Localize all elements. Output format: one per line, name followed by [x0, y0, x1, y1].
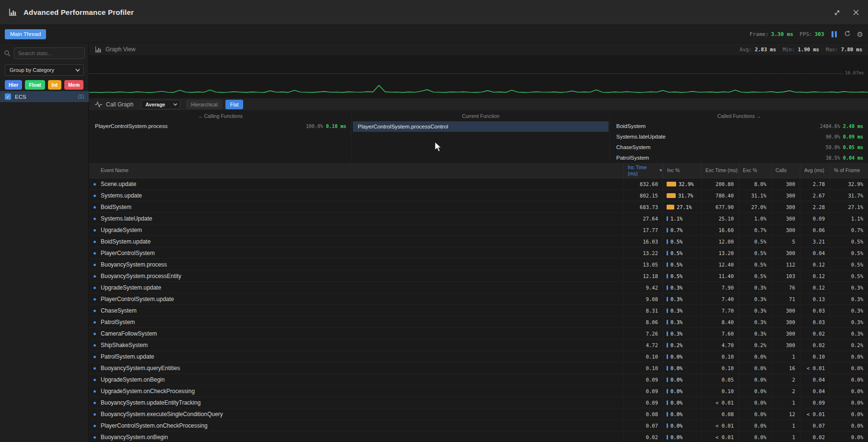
calls-cell: 300	[771, 247, 800, 259]
call-graph-entry[interactable]: Systems.lateUpdate90.0%0.09 ms	[610, 131, 868, 142]
inc-pct-bar	[667, 228, 668, 233]
inc-time-cell: 12.18	[623, 270, 663, 282]
exc-pct-cell: 31.1%	[739, 190, 771, 201]
table-row[interactable]: UpgradeSystem.onCheckProcessing0.090.0%0…	[89, 385, 868, 397]
sidebar-item-ecs[interactable]: ✓ ECS (1)	[0, 91, 89, 102]
inc-pct-cell: 0.0%	[663, 362, 701, 374]
exc-pct-cell: 8.0%	[739, 178, 771, 190]
search-input[interactable]	[14, 47, 85, 59]
column-header-exc-time[interactable]: Exc Time (ms)	[701, 163, 739, 178]
filter-badge-float[interactable]: Float	[25, 80, 45, 90]
inc-pct-cell: 0.0%	[663, 397, 701, 408]
call-graph-entry[interactable]: PlayerControlSystem.process100.0%0.10 ms	[89, 121, 351, 131]
inc-time-cell: 802.15	[623, 190, 663, 201]
inc-time-cell: 8.06	[623, 316, 663, 328]
inc-time-cell: 0.07	[623, 420, 663, 431]
column-header-event-name[interactable]: Event Name	[89, 163, 623, 178]
exc-time-cell: 0.10	[701, 351, 739, 362]
table-row[interactable]: PatrolSystem.update0.100.0%0.100.0%10.10…	[89, 351, 868, 362]
current-function-cell[interactable]: PlayerControlSystem.processControl	[353, 121, 609, 132]
aggregation-select[interactable]: Average	[141, 100, 180, 109]
collapse-icon[interactable]	[833, 8, 841, 17]
table-row[interactable]: UpgradeSystem17.770.7%16.600.7%3000.060.…	[89, 224, 868, 236]
column-header-calls[interactable]: Calls	[771, 163, 800, 178]
table-row[interactable]: Systems.lateUpdate27.641.1%25.101.0%3000…	[89, 213, 868, 224]
inc-pct-cell: 0.5%	[663, 247, 701, 259]
filter-badge-int[interactable]: Int	[48, 80, 62, 90]
table-row[interactable]: BuoyancySystem.updateEntityTracking0.090…	[89, 397, 868, 408]
tab-main-thread[interactable]: Main Thread	[5, 29, 46, 39]
table-row[interactable]: ChaseSystem8.310.3%7.700.3%3000.030.3%	[89, 305, 868, 316]
frame-pct-cell: 0.3%	[830, 293, 868, 305]
frame-pct-cell: 0.0%	[830, 351, 868, 362]
search-icon	[4, 50, 11, 57]
exc-pct-cell: 0.3%	[739, 328, 771, 339]
page-title: Advanced Performance Profiler	[23, 8, 134, 16]
frametime-graph[interactable]: 16.67ms	[89, 56, 868, 98]
event-dot-icon	[94, 367, 96, 370]
table-row[interactable]: PlayerControlSystem13.220.5%13.200.5%300…	[89, 247, 868, 259]
table-row[interactable]: BuoyancySystem.queryEntities0.100.0%0.10…	[89, 362, 868, 374]
call-graph-title: Call Graph	[106, 101, 133, 108]
table-row[interactable]: BuoyancySystem.executeSingleConditionQue…	[89, 408, 868, 420]
filter-badge-hier[interactable]: Hier	[5, 80, 22, 90]
ecs-checkbox[interactable]: ✓	[5, 93, 11, 100]
close-icon[interactable]	[852, 8, 860, 17]
inc-pct-cell: 0.0%	[663, 408, 701, 420]
graph-view-icon	[95, 46, 102, 53]
function-stats: 2484.6%2.48 ms	[820, 124, 863, 129]
fps-value: 303	[815, 31, 824, 37]
column-header-inc-time[interactable]: Inc Time (ms)▼	[623, 163, 663, 178]
table-row[interactable]: BuoyancySystem.onBegin0.020.0%< 0.010.0%…	[89, 431, 868, 442]
call-graph-entry[interactable]: PatrolSystem38.5%0.04 ms	[610, 152, 868, 163]
column-header-inc-pct[interactable]: Inc %	[663, 163, 701, 178]
avg-cell: 0.07	[800, 420, 830, 431]
table-row[interactable]: UpgradeSystem.onBegin0.090.0%0.050.0%20.…	[89, 374, 868, 385]
call-graph-entry[interactable]: BoidSystem2484.6%2.48 ms	[610, 121, 868, 131]
exc-pct-cell: 0.3%	[739, 316, 771, 328]
calls-cell: 71	[771, 293, 800, 305]
table-row[interactable]: BuoyancySystem.processEntity12.180.5%11.…	[89, 270, 868, 282]
event-dot-icon	[94, 321, 96, 324]
column-header-frame-pct[interactable]: % of Frame	[830, 163, 868, 178]
exc-time-cell: 0.08	[701, 408, 739, 420]
exc-pct-cell: 0.3%	[739, 293, 771, 305]
table-row[interactable]: BoidSystem.update16.030.5%12.000.5%53.21…	[89, 236, 868, 247]
function-name: Systems.lateUpdate	[616, 134, 666, 140]
filter-badge-mem[interactable]: Mem	[64, 80, 83, 90]
exc-time-cell: 0.05	[701, 374, 739, 385]
frame-pct-cell: 0.0%	[830, 431, 868, 442]
event-name-cell: Systems.update	[89, 192, 623, 199]
event-dot-icon	[94, 402, 96, 404]
hierarchical-button[interactable]: Hierarchical	[186, 100, 222, 109]
table-row[interactable]: PlayerControlSystem.update9.080.3%7.400.…	[89, 293, 868, 305]
table-row[interactable]: UpgradeSystem.update9.420.3%7.900.3%760.…	[89, 282, 868, 293]
table-row[interactable]: BoidSystem683.7327.1%677.9027.0%3002.282…	[89, 201, 868, 213]
table-row[interactable]: Scene.update832.6032.9%200.808.0%3002.78…	[89, 178, 868, 190]
table-row[interactable]: CameraFollowSystem7.260.3%7.600.3%3000.0…	[89, 328, 868, 339]
column-header-avg[interactable]: Avg (ms)	[800, 163, 830, 178]
call-graph-entry[interactable]: ChaseSystem50.0%0.05 ms	[610, 142, 868, 152]
table-row[interactable]: Systems.update802.1531.7%780.4031.1%3002…	[89, 190, 868, 201]
refresh-icon[interactable]	[844, 30, 851, 38]
inc-pct-bar	[667, 331, 668, 336]
inc-time-cell: 4.72	[623, 339, 663, 351]
column-header-exc-pct[interactable]: Exc %	[739, 163, 771, 178]
title-bar: Advanced Performance Profiler	[0, 0, 868, 25]
function-name: PatrolSystem	[616, 155, 649, 161]
frame-pct-cell: 0.7%	[830, 224, 868, 236]
gear-icon[interactable]: ⚙	[857, 31, 863, 38]
flat-button[interactable]: Flat	[225, 100, 244, 109]
inc-time-cell: 0.08	[623, 408, 663, 420]
pause-icon[interactable]	[831, 30, 838, 38]
table-row[interactable]: ShipShakeSystem4.720.2%4.700.2%3000.020.…	[89, 339, 868, 351]
table-row[interactable]: PatrolSystem8.060.3%8.400.3%3000.030.3%	[89, 316, 868, 328]
table-row[interactable]: BuoyancySystem.process13.050.5%12.400.5%…	[89, 259, 868, 270]
inc-pct-cell: 0.7%	[663, 224, 701, 236]
inc-pct-cell: 0.5%	[663, 270, 701, 282]
group-by-select[interactable]: Group by Category	[5, 64, 84, 76]
table-row[interactable]: PlayerControlSystem.onCheckProcessing0.0…	[89, 420, 868, 431]
event-dot-icon	[94, 390, 96, 393]
graph-view-header: Graph View Avg: 2.83 ms Min: 1.90 ms Max…	[89, 43, 868, 56]
function-name: PlayerControlSystem.process	[95, 123, 167, 129]
